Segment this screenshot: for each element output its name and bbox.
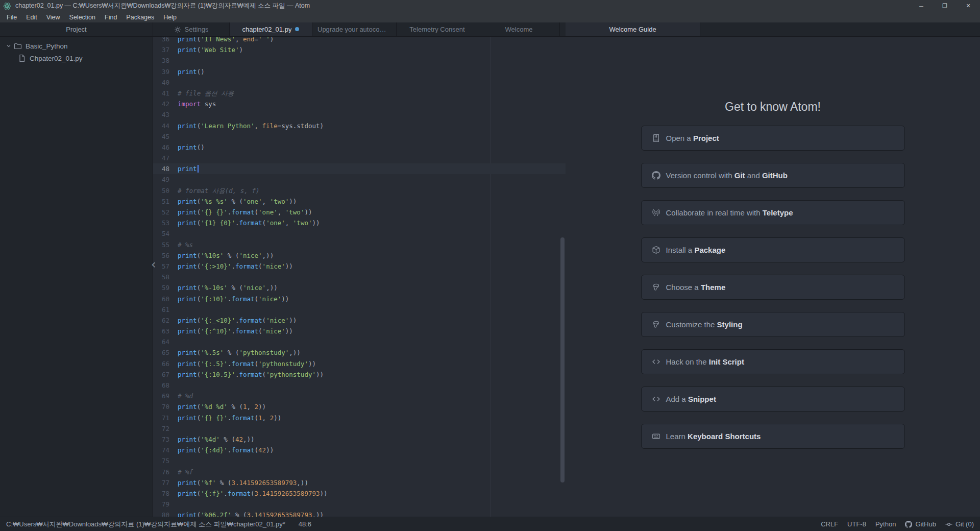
line-number[interactable]: 77 bbox=[153, 477, 177, 488]
line-number[interactable]: 50 bbox=[153, 185, 177, 196]
line-number[interactable]: 42 bbox=[153, 99, 177, 109]
line-number[interactable]: 74 bbox=[153, 445, 177, 455]
tab-welcome[interactable]: Welcome bbox=[478, 22, 560, 36]
line-number[interactable]: 56 bbox=[153, 250, 177, 261]
line-number[interactable]: 61 bbox=[153, 304, 177, 315]
guide-button-snippet[interactable]: Add a Snippet bbox=[641, 387, 905, 412]
code-line[interactable]: 43 bbox=[153, 109, 566, 120]
code-line[interactable]: 73print('%4d' % (42,)) bbox=[153, 434, 566, 445]
line-number[interactable]: 59 bbox=[153, 282, 177, 293]
code-line[interactable]: 71print('{} {}'.format(1, 2)) bbox=[153, 413, 566, 423]
code-line[interactable]: 46print() bbox=[153, 142, 566, 153]
line-number[interactable]: 64 bbox=[153, 336, 177, 347]
code-line[interactable]: 45 bbox=[153, 131, 566, 142]
guide-button-styling[interactable]: Customize the Styling bbox=[641, 312, 905, 337]
guide-button-init-script[interactable]: Hack on the Init Script bbox=[641, 349, 905, 374]
line-number[interactable]: 70 bbox=[153, 401, 177, 412]
line-number[interactable]: 55 bbox=[153, 239, 177, 250]
code-line[interactable]: 49 bbox=[153, 174, 566, 185]
line-number[interactable]: 47 bbox=[153, 153, 177, 163]
code-line[interactable]: 61 bbox=[153, 304, 566, 315]
code-line[interactable]: 54 bbox=[153, 228, 566, 239]
tree-file-chpater02_01.py[interactable]: Chpater02_01.py bbox=[0, 52, 153, 64]
guide-button-theme[interactable]: Choose a Theme bbox=[641, 275, 905, 300]
code-line[interactable]: 36print('IT News', end=' ') bbox=[153, 37, 566, 44]
menu-packages[interactable]: Packages bbox=[121, 12, 159, 22]
code-line[interactable]: 75 bbox=[153, 455, 566, 466]
code-line[interactable]: 59print('%-10s' % ('nice',)) bbox=[153, 282, 566, 293]
guide-button-keyboard-shortcuts[interactable]: Learn Keyboard Shortcuts bbox=[641, 424, 905, 449]
line-number[interactable]: 54 bbox=[153, 228, 177, 239]
minimize-button[interactable]: ─ bbox=[910, 0, 933, 12]
line-number[interactable]: 38 bbox=[153, 55, 177, 66]
line-number[interactable]: 52 bbox=[153, 207, 177, 218]
menu-edit[interactable]: Edit bbox=[21, 12, 42, 22]
line-number[interactable]: 78 bbox=[153, 488, 177, 499]
line-number[interactable]: 51 bbox=[153, 196, 177, 207]
code-line[interactable]: 47 bbox=[153, 153, 566, 163]
code-line[interactable]: 40 bbox=[153, 77, 566, 88]
code-line[interactable]: 56print('%10s' % ('nice',)) bbox=[153, 250, 566, 261]
line-number[interactable]: 60 bbox=[153, 294, 177, 304]
line-number[interactable]: 58 bbox=[153, 272, 177, 282]
code-line[interactable]: 62print('{:_<10}'.format('nice')) bbox=[153, 315, 566, 326]
code-line[interactable]: 68 bbox=[153, 380, 566, 391]
line-number[interactable]: 62 bbox=[153, 315, 177, 326]
code-line[interactable]: 57print('{:>10}'.format('nice')) bbox=[153, 261, 566, 272]
menu-view[interactable]: View bbox=[42, 12, 65, 22]
code-line[interactable]: 65print('%.5s' % ('pythonstudy',)) bbox=[153, 347, 566, 358]
code-line[interactable]: 80print('%06.2f' % (3.141592653589793,)) bbox=[153, 510, 566, 517]
status-utf-8[interactable]: UTF-8 bbox=[847, 520, 866, 528]
code-line[interactable]: 74print('{:4d}'.format(42)) bbox=[153, 445, 566, 455]
line-number[interactable]: 45 bbox=[153, 131, 177, 142]
code-line[interactable]: 55# %s bbox=[153, 239, 566, 250]
code-line[interactable]: 50# format 사용(d, s, f) bbox=[153, 185, 566, 196]
line-number[interactable]: 49 bbox=[153, 174, 177, 185]
line-number[interactable]: 53 bbox=[153, 218, 177, 228]
status-github[interactable]: GitHub bbox=[905, 520, 936, 528]
line-number[interactable]: 63 bbox=[153, 326, 177, 336]
cursor-position[interactable]: 48:6 bbox=[299, 520, 311, 528]
menu-selection[interactable]: Selection bbox=[65, 12, 100, 22]
line-number[interactable]: 44 bbox=[153, 120, 177, 131]
tree-folder-basic_python[interactable]: Basic_Python bbox=[0, 40, 153, 52]
guide-button-project[interactable]: Open a Project bbox=[641, 126, 905, 151]
editor-scrollbar[interactable] bbox=[560, 237, 565, 482]
code-line[interactable]: 42import sys bbox=[153, 99, 566, 109]
close-button[interactable]: ✕ bbox=[957, 0, 980, 12]
line-number[interactable]: 67 bbox=[153, 369, 177, 380]
menu-file[interactable]: File bbox=[2, 12, 21, 22]
code-line[interactable]: 63print('{:^10}'.format('nice')) bbox=[153, 326, 566, 336]
code-line[interactable]: 51print('%s %s' % ('one', 'two')) bbox=[153, 196, 566, 207]
line-number[interactable]: 66 bbox=[153, 358, 177, 369]
line-number[interactable]: 80 bbox=[153, 510, 177, 517]
code-line[interactable]: 58 bbox=[153, 272, 566, 282]
code-line[interactable]: 41# file 옵션 사용 bbox=[153, 88, 566, 99]
maximize-button[interactable]: ❐ bbox=[933, 0, 957, 12]
line-number[interactable]: 46 bbox=[153, 142, 177, 153]
code-line[interactable]: 39print() bbox=[153, 66, 566, 77]
code-line[interactable]: 76# %f bbox=[153, 467, 566, 477]
code-line[interactable]: 77print('%f' % (3.141592653589793,)) bbox=[153, 477, 566, 488]
code-line[interactable]: 78print('{:f}'.format(3.141592653589793)… bbox=[153, 488, 566, 499]
code-line[interactable]: 70print('%d %d' % (1, 2)) bbox=[153, 401, 566, 412]
code-line[interactable]: 69# %d bbox=[153, 391, 566, 401]
line-number[interactable]: 37 bbox=[153, 44, 177, 55]
line-number[interactable]: 43 bbox=[153, 109, 177, 120]
chevron-down-icon[interactable] bbox=[5, 43, 12, 49]
line-number[interactable]: 75 bbox=[153, 455, 177, 466]
tab-telemetry-consent[interactable]: Telemetry Consent bbox=[397, 22, 478, 36]
chevron-left-icon[interactable]: ‹ bbox=[151, 258, 156, 271]
guide-button-teletype[interactable]: Collaborate in real time with Teletype bbox=[641, 200, 905, 225]
code-line[interactable]: 60print('{:10}'.format('nice')) bbox=[153, 294, 566, 304]
status-git-0-[interactable]: Git (0) bbox=[945, 520, 974, 528]
line-number[interactable]: 48 bbox=[153, 163, 177, 174]
code-editor[interactable]: 36print('IT News', end=' ')37print('Web … bbox=[153, 37, 566, 517]
code-line[interactable]: 67print('{:10.5}'.format('pythonstudy')) bbox=[153, 369, 566, 380]
guide-button-git-github[interactable]: Version control with Git and GitHub bbox=[641, 163, 905, 188]
file-path[interactable]: C:₩Users₩서지완₩Downloads₩강의자료 (1)₩강의자료₩예제 … bbox=[6, 520, 285, 529]
status-crlf[interactable]: CRLF bbox=[821, 520, 838, 528]
code-line[interactable]: 44print('Learn Python', file=sys.stdout) bbox=[153, 120, 566, 131]
modified-indicator[interactable] bbox=[295, 27, 299, 31]
code-line[interactable]: 52print('{} {}'.format('one', 'two')) bbox=[153, 207, 566, 218]
